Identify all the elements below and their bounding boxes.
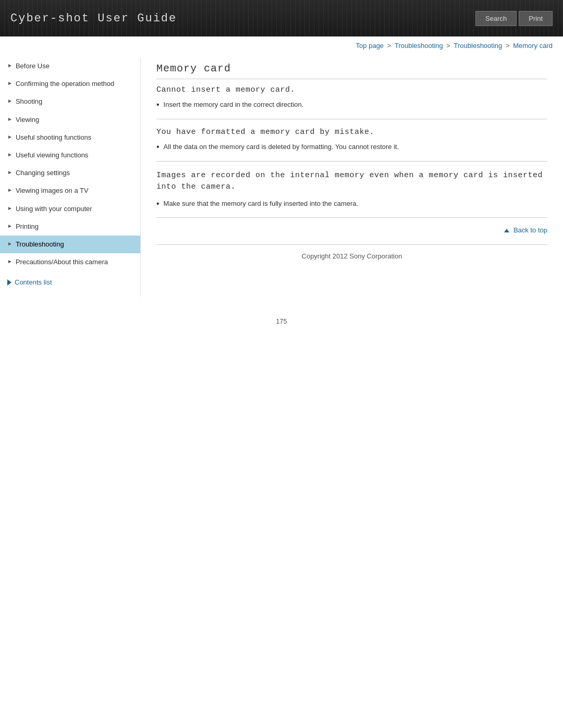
layout: ► Before Use ► Confirming the operation … <box>0 52 563 297</box>
sidebar-label-useful-viewing: Useful viewing functions <box>16 151 88 160</box>
sidebar-label-printing: Printing <box>16 222 39 231</box>
sidebar-item-computer[interactable]: ► Using with your computer <box>0 200 140 218</box>
sidebar: ► Before Use ► Confirming the operation … <box>0 57 141 297</box>
section-heading-2: You have formatted a memory card by mist… <box>156 128 547 137</box>
section-heading-1: Cannot insert a memory card. <box>156 85 547 94</box>
bullet-dot-3-1: • <box>156 199 160 209</box>
sidebar-label-shooting: Shooting <box>16 97 42 106</box>
sidebar-item-confirming[interactable]: ► Confirming the operation method <box>0 75 140 93</box>
sidebar-label-before-use: Before Use <box>16 61 50 71</box>
section-internal-memory: Images are recorded on the internal memo… <box>156 170 547 209</box>
header: Cyber-shot User Guide Search Print <box>0 0 563 36</box>
arrow-icon-viewing: ► <box>7 116 13 122</box>
contents-list-label: Contents list <box>15 278 52 286</box>
section-cannot-insert: Cannot insert a memory card. • Insert th… <box>156 85 547 110</box>
sidebar-item-shooting[interactable]: ► Shooting <box>0 93 140 110</box>
back-to-top-link[interactable]: Back to top <box>504 226 547 234</box>
breadcrumb-sep-3: > <box>506 42 511 50</box>
arrow-icon-changing-settings: ► <box>7 169 13 175</box>
page-title: Memory card <box>156 63 547 79</box>
arrow-icon-useful-shooting: ► <box>7 134 13 140</box>
breadcrumb-troubleshooting1[interactable]: Troubleshooting <box>395 42 443 50</box>
page-number: 175 <box>0 317 563 325</box>
search-button[interactable]: Search <box>475 11 517 26</box>
back-to-top: Back to top <box>156 226 547 234</box>
section-formatted: You have formatted a memory card by mist… <box>156 128 547 153</box>
breadcrumb-memory-card[interactable]: Memory card <box>513 42 553 50</box>
arrow-icon-troubleshooting: ► <box>7 241 13 246</box>
sidebar-label-confirming: Confirming the operation method <box>16 79 114 89</box>
contents-list-link[interactable]: Contents list <box>0 271 140 286</box>
sidebar-label-precautions: Precautions/About this camera <box>16 257 108 267</box>
app-title: Cyber-shot User Guide <box>10 12 177 25</box>
sidebar-item-viewing-tv[interactable]: ► Viewing images on a TV <box>0 182 140 200</box>
arrow-icon-confirming: ► <box>7 80 13 86</box>
bullet-text-3-1: Make sure that the memory card is fully … <box>164 199 359 209</box>
breadcrumb-top[interactable]: Top page <box>356 42 384 50</box>
bullet-dot-2-1: • <box>156 142 160 153</box>
main-content: Memory card Cannot insert a memory card.… <box>141 57 563 297</box>
arrow-icon-viewing-tv: ► <box>7 187 13 193</box>
sidebar-item-changing-settings[interactable]: ► Changing settings <box>0 164 140 182</box>
bullet-item-1-1: • Insert the memory card in the correct … <box>156 100 547 110</box>
sidebar-label-viewing-tv: Viewing images on a TV <box>16 186 89 195</box>
sidebar-item-precautions[interactable]: ► Precautions/About this camera <box>0 253 140 271</box>
arrow-icon-shooting: ► <box>7 98 13 104</box>
sidebar-label-viewing: Viewing <box>16 115 39 125</box>
breadcrumb-sep-1: > <box>387 42 393 50</box>
breadcrumb-sep-2: > <box>446 42 452 50</box>
section-heading-3: Images are recorded on the internal memo… <box>156 170 547 193</box>
arrow-icon-precautions: ► <box>7 258 13 264</box>
sidebar-item-before-use[interactable]: ► Before Use <box>0 57 140 75</box>
sidebar-item-troubleshooting[interactable]: ► Troubleshooting <box>0 236 140 253</box>
arrow-icon-computer: ► <box>7 205 13 211</box>
header-buttons: Search Print <box>475 11 553 26</box>
divider-3 <box>156 217 547 218</box>
sidebar-label-troubleshooting: Troubleshooting <box>16 240 64 249</box>
sidebar-item-printing[interactable]: ► Printing <box>0 218 140 236</box>
bullet-dot-1-1: • <box>156 100 160 110</box>
page-footer: Copyright 2012 Sony Corporation <box>156 244 547 260</box>
back-to-top-label: Back to top <box>513 226 547 234</box>
divider-2 <box>156 161 547 162</box>
arrow-icon-before-use: ► <box>7 63 13 68</box>
divider-1 <box>156 119 547 119</box>
print-button[interactable]: Print <box>519 11 553 26</box>
bullet-text-2-1: All the data on the memory card is delet… <box>164 142 399 152</box>
arrow-icon-useful-viewing: ► <box>7 152 13 157</box>
breadcrumb-troubleshooting2[interactable]: Troubleshooting <box>454 42 503 50</box>
breadcrumb: Top page > Troubleshooting > Troubleshoo… <box>0 36 563 52</box>
arrow-icon-printing: ► <box>7 223 13 229</box>
contents-list-arrow-icon <box>7 279 11 286</box>
triangle-up-icon <box>504 229 509 232</box>
bullet-item-2-1: • All the data on the memory card is del… <box>156 142 547 153</box>
bullet-text-1-1: Insert the memory card in the correct di… <box>164 100 304 110</box>
sidebar-item-useful-shooting[interactable]: ► Useful shooting functions <box>0 129 140 146</box>
sidebar-item-viewing[interactable]: ► Viewing <box>0 111 140 129</box>
sidebar-label-useful-shooting: Useful shooting functions <box>16 133 91 142</box>
sidebar-item-useful-viewing[interactable]: ► Useful viewing functions <box>0 146 140 164</box>
copyright-text: Copyright 2012 Sony Corporation <box>302 252 402 260</box>
bullet-item-3-1: • Make sure that the memory card is full… <box>156 199 547 209</box>
sidebar-label-computer: Using with your computer <box>16 204 92 214</box>
sidebar-label-changing-settings: Changing settings <box>16 168 70 178</box>
